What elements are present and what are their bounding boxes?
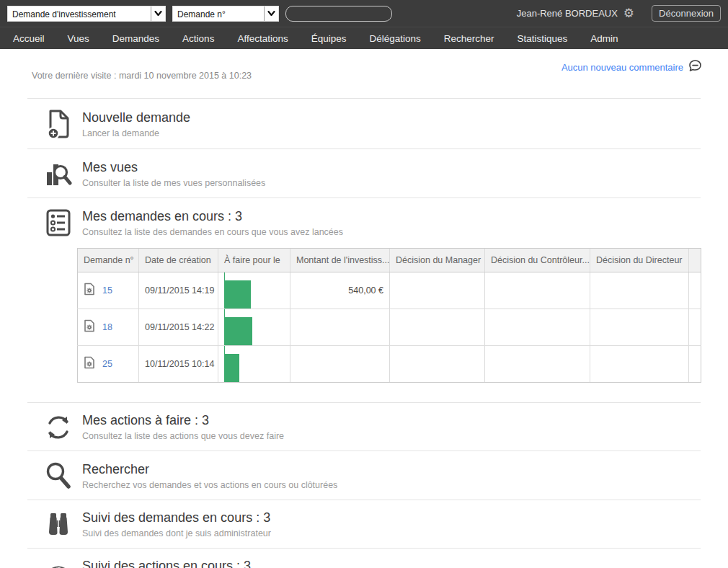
table-row[interactable]: 15 09/11/2015 14:19 14/11/2015 14:19 540… — [78, 272, 701, 309]
section-suivi-actions[interactable]: Suivi des actions en cours : 3 Suivi des… — [27, 548, 701, 568]
created-cell: 09/11/2015 14:22 — [139, 309, 218, 346]
comments-area: Aucun nouveau commentaire — [561, 59, 702, 76]
nav-item-statistiques[interactable]: Statistiques — [512, 30, 574, 47]
section-title: Nouvelle demande — [82, 110, 190, 125]
controller-decision-cell — [485, 272, 590, 309]
refresh-icon — [42, 414, 75, 441]
main-content: Aucun nouveau commentaire Votre dernière… — [0, 49, 728, 568]
director-decision-cell — [590, 346, 689, 383]
section-title: Mes actions à faire : 3 — [82, 413, 284, 428]
request-link[interactable]: 25 — [102, 359, 112, 369]
section-title: Mes vues — [82, 160, 265, 175]
due-cell: 14/11/2015 14:22 — [218, 309, 290, 346]
speech-bubble-icon[interactable] — [688, 59, 702, 76]
main-nav: Accueil Vues Demandes Actions Affectatio… — [0, 27, 728, 49]
section-subtitle: Suivi des demandes dont je suis administ… — [82, 528, 271, 538]
binoculars-icon — [42, 512, 75, 538]
director-decision-cell — [590, 309, 689, 346]
table-row[interactable]: 25 10/11/2015 10:14 15/11/2015 10:14 — [78, 346, 701, 383]
chevron-down-icon — [264, 6, 278, 21]
section-nouvelle-demande[interactable]: Nouvelle demande Lancer la demande — [27, 98, 701, 148]
spacer-cell — [689, 309, 701, 346]
logout-button[interactable]: Déconnexion — [652, 5, 721, 22]
col-decision-directeur[interactable]: Décision du Directeur — [590, 249, 689, 272]
document-gear-icon — [84, 319, 95, 335]
nav-item-affectations[interactable]: Affectations — [231, 30, 293, 47]
amount-cell: 540,00 € — [290, 272, 390, 309]
created-cell: 09/11/2015 14:19 — [139, 272, 218, 309]
no-new-comments-link[interactable]: Aucun nouveau commentaire — [561, 62, 683, 73]
amount-cell — [290, 309, 390, 346]
search-input[interactable] — [285, 6, 392, 22]
section-suivi-demandes[interactable]: Suivi des demandes en cours : 3 Suivi de… — [27, 500, 701, 548]
progress-bar — [224, 309, 284, 346]
col-decision-manager[interactable]: Décision du Manager — [390, 249, 485, 272]
controller-decision-cell — [485, 309, 590, 346]
progress-bar — [224, 346, 284, 383]
requests-table: Demande n° Date de création À faire pour… — [77, 248, 701, 383]
section-title: Rechercher — [82, 462, 337, 477]
top-bar: Demande d'investissement Demande n° Jean… — [0, 0, 728, 27]
search-field-value: Demande n° — [173, 6, 264, 21]
document-plus-icon — [42, 109, 75, 139]
request-type-value: Demande d'investissement — [8, 6, 151, 21]
section-subtitle: Lancer la demande — [82, 128, 190, 138]
section-mes-vues[interactable]: Mes vues Consulter la liste de mes vues … — [27, 148, 701, 198]
spacer-cell — [689, 346, 701, 383]
section-subtitle: Consultez la liste des demandes en cours… — [82, 227, 343, 237]
section-title: Mes demandes en cours : 3 — [82, 209, 343, 224]
chevron-down-icon — [151, 6, 165, 21]
section-mes-actions[interactable]: Mes actions à faire : 3 Consultez la lis… — [27, 402, 701, 451]
col-decision-controleur[interactable]: Décision du Contrôleur... — [485, 249, 590, 272]
document-gear-icon — [84, 356, 95, 372]
user-name: Jean-René BORDEAUX — [517, 8, 618, 19]
list-icon — [42, 208, 75, 237]
request-link[interactable]: 18 — [102, 322, 112, 332]
nav-item-equipes[interactable]: Équipes — [306, 30, 352, 47]
col-spacer — [689, 249, 701, 272]
amount-cell — [290, 346, 390, 383]
document-gear-icon — [84, 283, 95, 298]
search-field-select[interactable]: Demande n° — [172, 6, 279, 22]
manager-decision-cell — [390, 346, 485, 383]
search-icon — [42, 461, 75, 490]
col-montant[interactable]: Montant de l'investiss... — [290, 249, 390, 272]
nav-item-vues[interactable]: Vues — [62, 30, 95, 47]
requests-table-wrap: Demande n° Date de création À faire pour… — [77, 248, 701, 383]
table-row[interactable]: 18 09/11/2015 14:22 14/11/2015 14:22 — [78, 309, 701, 346]
due-cell: 15/11/2015 10:14 — [218, 346, 290, 383]
nav-item-admin[interactable]: Admin — [585, 30, 623, 47]
due-cell: 14/11/2015 14:19 — [218, 272, 290, 309]
manager-decision-cell — [390, 272, 485, 309]
spacer-cell — [689, 272, 701, 309]
nav-item-demandes[interactable]: Demandes — [107, 30, 165, 47]
section-subtitle: Recherchez vos demandes et vos actions e… — [82, 480, 337, 490]
col-date-creation[interactable]: Date de création — [139, 249, 218, 272]
col-demande-n[interactable]: Demande n° — [78, 249, 139, 272]
request-link[interactable]: 15 — [102, 285, 112, 296]
col-a-faire-pour-le[interactable]: À faire pour le — [218, 249, 290, 272]
director-decision-cell — [590, 272, 689, 309]
nav-item-rechercher[interactable]: Rechercher — [438, 30, 500, 47]
gear-icon[interactable]: ⚙ — [623, 7, 634, 19]
section-title: Suivi des demandes en cours : 3 — [82, 510, 271, 525]
section-rechercher[interactable]: Rechercher Recherchez vos demandes et vo… — [27, 451, 701, 500]
nav-item-actions[interactable]: Actions — [177, 30, 220, 47]
created-cell: 10/11/2015 10:14 — [139, 346, 218, 383]
table-header-row: Demande n° Date de création À faire pour… — [78, 249, 701, 272]
manager-decision-cell — [390, 309, 485, 346]
eye-icon — [42, 562, 75, 568]
nav-item-accueil[interactable]: Accueil — [7, 30, 50, 47]
request-type-select[interactable]: Demande d'investissement — [7, 6, 166, 22]
section-subtitle: Consulter la liste de mes vues personnal… — [82, 178, 265, 188]
section-mes-demandes[interactable]: Mes demandes en cours : 3 Consultez la l… — [27, 198, 701, 402]
section-title: Suivi des actions en cours : 3 — [82, 559, 257, 568]
controller-decision-cell — [485, 346, 590, 383]
chart-magnifier-icon — [42, 159, 75, 188]
section-subtitle: Consultez la liste des actions que vous … — [82, 431, 284, 441]
progress-bar — [224, 272, 284, 309]
nav-item-delegations[interactable]: Délégations — [363, 30, 426, 47]
